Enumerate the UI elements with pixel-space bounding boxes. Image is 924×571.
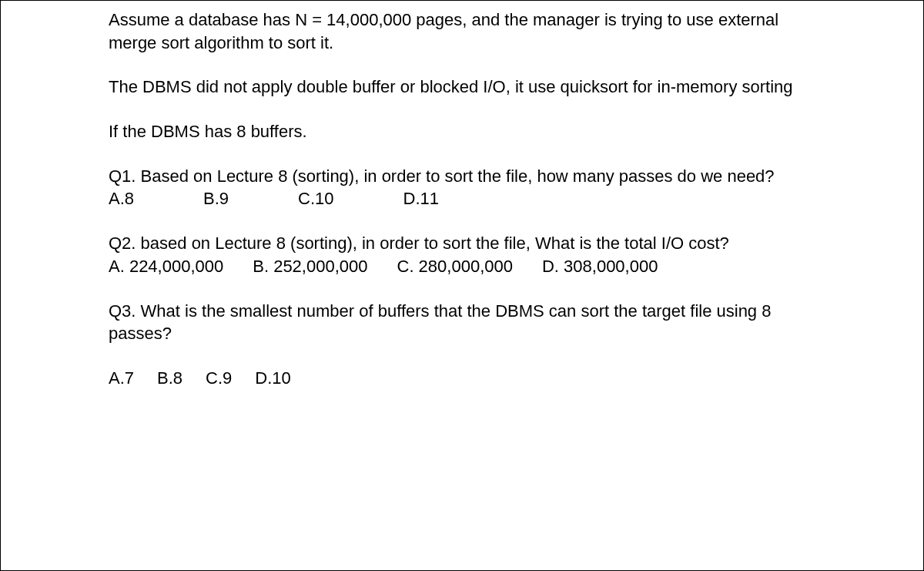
q2-option-d: D. 308,000,000 [542,255,658,278]
q1-option-a: A.8 [109,187,134,210]
question-2-options: A. 224,000,000 B. 252,000,000 C. 280,000… [109,255,815,278]
q3-option-b: B.8 [157,367,182,390]
question-3: Q3. What is the smallest number of buffe… [109,300,815,390]
q2-option-b: B. 252,000,000 [253,255,367,278]
question-3-text: Q3. What is the smallest number of buffe… [109,300,815,345]
question-3-options: A.7 B.8 C.9 D.10 [109,367,815,390]
q2-option-a: A. 224,000,000 [109,255,223,278]
q3-option-a: A.7 [109,367,134,390]
question-2-text: Q2. based on Lecture 8 (sorting), in ord… [109,232,815,255]
question-1-text: Q1. Based on Lecture 8 (sorting), in ord… [109,165,815,188]
question-2: Q2. based on Lecture 8 (sorting), in ord… [109,232,815,277]
question-1-options: A.8 B.9 C.10 D.11 [109,187,815,210]
q1-option-d: D.11 [403,187,439,210]
document-content: Assume a database has N = 14,000,000 pag… [109,8,815,390]
intro-paragraph-2: The DBMS did not apply double buffer or … [109,76,815,99]
q3-option-d: D.10 [255,367,290,390]
q2-option-c: C. 280,000,000 [397,255,513,278]
q3-option-c: C.9 [206,367,232,390]
intro-paragraph-3: If the DBMS has 8 buffers. [109,120,815,143]
question-1: Q1. Based on Lecture 8 (sorting), in ord… [109,165,815,210]
intro-paragraph-1: Assume a database has N = 14,000,000 pag… [109,8,815,54]
q1-option-b: B.9 [203,187,229,210]
document-page: Assume a database has N = 14,000,000 pag… [0,0,924,571]
q1-option-c: C.10 [298,187,333,210]
